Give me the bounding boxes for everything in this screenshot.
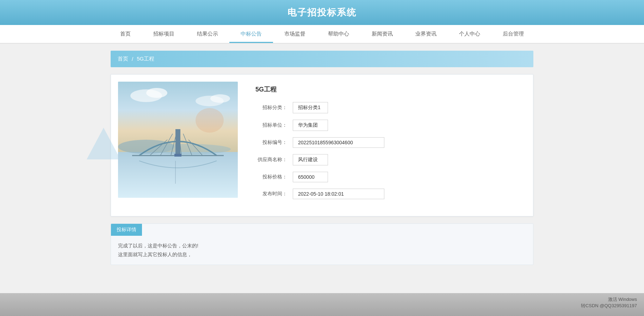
- nav-item-admin[interactable]: 后台管理: [491, 25, 535, 43]
- svg-marker-0: [87, 128, 120, 159]
- main-nav: 首页 招标项目 结果公示 中标公告 市场监督 帮助中心 新闻资讯 业界资讯 个人…: [0, 25, 644, 44]
- nav-item-help[interactable]: 帮助中心: [317, 25, 360, 43]
- project-info-panel: 5G工程 招标分类： 招标分类1 招标单位： 华为集团 投标编号： 202251…: [248, 82, 526, 209]
- details-line1: 完成了以后，这是中标公告，公末的!: [118, 241, 526, 250]
- details-body: 完成了以后，这是中标公告，公末的! 这里面就写上其它投标人的信息，: [111, 236, 533, 265]
- breadcrumb-current: 5G工程: [137, 56, 154, 62]
- site-title: 电子招投标系统: [0, 6, 644, 19]
- nav-item-personal[interactable]: 个人中心: [448, 25, 491, 43]
- svg-rect-13: [174, 154, 181, 157]
- nav-item-news[interactable]: 新闻资讯: [360, 25, 404, 43]
- nav-item-market[interactable]: 市场监督: [273, 25, 317, 43]
- nav-item-projects[interactable]: 招标项目: [142, 25, 186, 43]
- value-category: 招标分类1: [293, 102, 328, 113]
- project-title: 5G工程: [255, 85, 522, 94]
- nav-item-home[interactable]: 首页: [109, 25, 142, 43]
- project-image: [118, 82, 238, 198]
- windows-activation: 激活 Windows 转CSDN @QQ3295391197: [581, 296, 637, 309]
- page-content: 首页 / 5G工程: [111, 44, 533, 286]
- label-supplier: 供应商名称：: [255, 157, 287, 163]
- label-publish-time: 发布时间：: [255, 191, 287, 197]
- details-line2: 这里面就写上其它投标人的信息，: [118, 250, 526, 259]
- info-row-publish-time: 发布时间： 2022-05-10 18:02:01: [255, 189, 522, 199]
- svg-rect-12: [175, 129, 180, 156]
- footer: [0, 293, 644, 316]
- label-price: 投标价格：: [255, 174, 287, 180]
- svg-rect-2: [118, 152, 238, 198]
- svg-point-18: [210, 94, 230, 103]
- info-row-bid-number: 投标编号： 20225101855963004600: [255, 137, 522, 148]
- details-section: 投标详情 完成了以后，这是中标公告，公末的! 这里面就写上其它投标人的信息，: [111, 223, 533, 265]
- value-supplier: 风行建设: [293, 154, 328, 165]
- breadcrumb-home[interactable]: 首页: [118, 56, 128, 62]
- activation-line1: 激活 Windows: [581, 296, 637, 303]
- project-card: 5G工程 招标分类： 招标分类1 招标单位： 华为集团 投标编号： 202251…: [111, 74, 533, 216]
- label-unit: 招标单位：: [255, 122, 287, 128]
- breadcrumb: 首页 / 5G工程: [111, 51, 533, 67]
- value-bid-number: 20225101855963004600: [293, 137, 384, 148]
- details-tab[interactable]: 投标详情: [111, 224, 142, 236]
- info-row-unit: 招标单位： 华为集团: [255, 120, 522, 131]
- value-unit: 华为集团: [293, 120, 328, 131]
- info-row-price: 投标价格： 650000: [255, 172, 522, 182]
- nav-item-industry[interactable]: 业界资讯: [404, 25, 448, 43]
- value-price: 650000: [293, 172, 328, 182]
- nav-item-results[interactable]: 结果公示: [186, 25, 229, 43]
- activation-line2: 转CSDN @QQ3295391197: [581, 303, 637, 309]
- svg-point-16: [146, 88, 167, 98]
- label-bid-number: 投标编号：: [255, 139, 287, 146]
- content-wrapper: 5G工程 招标分类： 招标分类1 招标单位： 华为集团 投标编号： 202251…: [111, 74, 533, 216]
- info-row-supplier: 供应商名称： 风行建设: [255, 154, 522, 165]
- svg-point-19: [196, 108, 224, 133]
- value-publish-time: 2022-05-10 18:02:01: [293, 189, 384, 199]
- page-header: 电子招投标系统: [0, 0, 644, 25]
- nav-item-announcement[interactable]: 中标公告: [229, 25, 273, 43]
- label-category: 招标分类：: [255, 105, 287, 111]
- breadcrumb-separator: /: [132, 56, 133, 62]
- info-row-category: 招标分类： 招标分类1: [255, 102, 522, 113]
